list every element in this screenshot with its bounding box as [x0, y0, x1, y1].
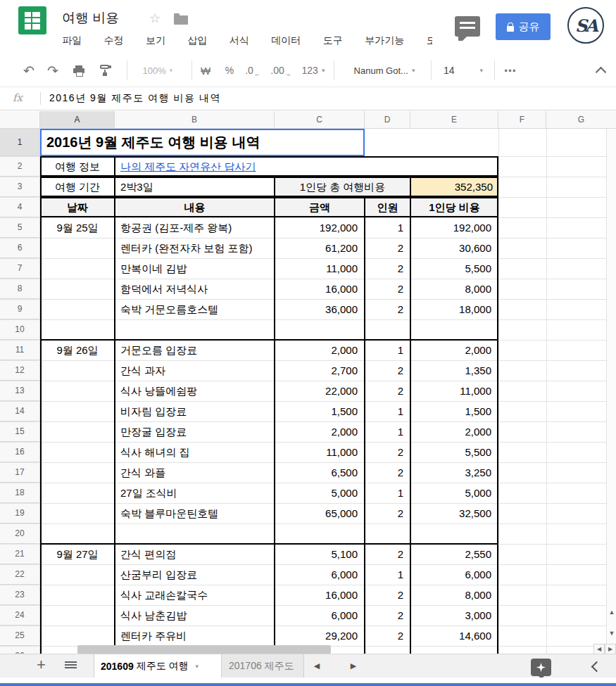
- cell-amount[interactable]: 61,200: [275, 238, 363, 258]
- cell-date[interactable]: 9월 26일: [40, 340, 115, 360]
- cell-total-value[interactable]: 352,350: [410, 177, 498, 197]
- formula-input[interactable]: 2016년 9월 제주도 여행 비용 내역: [49, 92, 221, 105]
- all-sheets-button[interactable]: [65, 661, 77, 671]
- cell-people[interactable]: 1: [365, 217, 409, 238]
- row-header-17[interactable]: 17: [0, 462, 39, 483]
- tab-scroll-right-button[interactable]: ▶: [346, 654, 360, 678]
- row-header-20[interactable]: 20: [0, 523, 39, 544]
- cell-amount[interactable]: 5,000: [275, 483, 363, 503]
- scroll-right-button[interactable]: ▶: [605, 644, 616, 654]
- row-header-4[interactable]: 4: [0, 197, 39, 217]
- folder-icon[interactable]: [174, 15, 188, 25]
- cell-per-person[interactable]: 192,000: [410, 217, 497, 238]
- cell-people[interactable]: 1: [365, 421, 409, 442]
- row-header-16[interactable]: 16: [0, 442, 39, 462]
- row-header-14[interactable]: 14: [0, 401, 39, 421]
- zoom-select[interactable]: 100% ▾: [135, 53, 180, 87]
- cell-people[interactable]: 2: [365, 605, 409, 625]
- explore-button[interactable]: [531, 659, 551, 676]
- menu-help[interactable]: 도움말: [427, 34, 432, 47]
- cell-per-person[interactable]: 3,250: [410, 462, 497, 483]
- cell-desc[interactable]: 함덕에서 저녁식사: [115, 279, 275, 299]
- menu-data[interactable]: 데이터: [271, 34, 301, 47]
- row-header-25[interactable]: 25: [0, 625, 39, 646]
- cell-amount[interactable]: 6,000: [275, 564, 363, 585]
- print-button[interactable]: [69, 53, 89, 87]
- cell-desc[interactable]: 만복이네 김밥: [115, 258, 275, 279]
- cell-per-person[interactable]: 1,350: [410, 360, 497, 381]
- cell-desc[interactable]: 식사 낭뜰에쉼팡: [115, 381, 275, 401]
- horizontal-scrollbar-thumb[interactable]: [77, 645, 331, 654]
- cell-per-person[interactable]: 30,600: [410, 238, 497, 258]
- cell-desc[interactable]: 비자림 입장료: [115, 401, 275, 421]
- cell-amount[interactable]: 2,000: [275, 421, 363, 442]
- menu-addons[interactable]: 부가기능: [365, 34, 404, 47]
- cell-info-label[interactable]: 여행 정보: [40, 156, 115, 177]
- menu-file[interactable]: 파일: [62, 34, 82, 47]
- menu-insert[interactable]: 삽입: [187, 34, 207, 47]
- cell-desc[interactable]: 식사 교래손칼국수: [115, 585, 275, 605]
- menu-view[interactable]: 보기: [146, 34, 165, 47]
- cell-amount[interactable]: 5,100: [275, 544, 363, 564]
- sheet-tab-inactive[interactable]: 201706 제주도: [222, 654, 304, 678]
- cell-people[interactable]: 2: [365, 279, 409, 299]
- cell-table-header[interactable]: 1인당 비용: [410, 197, 498, 217]
- cell-amount[interactable]: 16,000: [275, 279, 363, 299]
- row-header-19[interactable]: 19: [0, 503, 39, 523]
- cell-per-person[interactable]: 2,550: [410, 544, 497, 564]
- cell-people[interactable]: 2: [365, 625, 409, 646]
- cell-desc[interactable]: 간식 편의점: [115, 544, 275, 564]
- cell-amount[interactable]: 2,700: [275, 360, 363, 381]
- cell-people[interactable]: 2: [365, 299, 409, 319]
- scroll-up-button[interactable]: ▲: [607, 602, 616, 623]
- cell-people[interactable]: 2: [365, 503, 409, 523]
- vertical-scrollbar[interactable]: ▲▼: [606, 129, 616, 654]
- cell-people[interactable]: 2: [365, 544, 409, 564]
- sheet-tab-active[interactable]: 201609 제주도 여행 ▾: [94, 654, 222, 678]
- column-header-G[interactable]: G: [546, 111, 616, 128]
- row-header-7[interactable]: 7: [0, 258, 39, 279]
- cell-per-person[interactable]: 14,600: [410, 625, 497, 646]
- row-header-6[interactable]: 6: [0, 238, 39, 258]
- cell-per-person[interactable]: 18,000: [410, 299, 497, 319]
- cell-per-person[interactable]: 6,000: [410, 564, 497, 585]
- comments-icon[interactable]: [455, 16, 480, 37]
- cell-people[interactable]: 2: [365, 462, 409, 483]
- cell-people[interactable]: 1: [365, 483, 409, 503]
- cell-desc[interactable]: 간식 과자: [115, 360, 275, 381]
- cell-desc[interactable]: 식사 남춘김밥: [115, 605, 275, 625]
- paint-format-button[interactable]: [96, 53, 115, 87]
- font-select[interactable]: Nanum Got...▾: [344, 53, 425, 87]
- row-header-23[interactable]: 23: [0, 585, 39, 605]
- row-header-9[interactable]: 9: [0, 299, 39, 319]
- redo-button[interactable]: ↷: [44, 53, 62, 87]
- row-header-24[interactable]: 24: [0, 605, 39, 625]
- cell-amount[interactable]: 22,000: [275, 381, 363, 401]
- cell-per-person[interactable]: 2,000: [410, 340, 497, 360]
- cell-desc[interactable]: 거문오름 입장료: [115, 340, 275, 360]
- scroll-left-button[interactable]: ◀: [593, 644, 605, 654]
- more-formats-button[interactable]: 123▾: [298, 53, 328, 87]
- cell-amount[interactable]: 192,000: [275, 217, 363, 238]
- cell-amount[interactable]: 11,000: [275, 258, 363, 279]
- cell-per-person[interactable]: 8,000: [410, 279, 497, 299]
- cell-per-person[interactable]: 11,000: [410, 381, 497, 401]
- row-header-12[interactable]: 12: [0, 360, 39, 381]
- collapse-toolbar-button[interactable]: [590, 53, 611, 87]
- undo-button[interactable]: ↶: [20, 53, 38, 87]
- cell-per-person[interactable]: 32,500: [410, 503, 497, 523]
- collapse-panel-icon[interactable]: [591, 661, 603, 673]
- sheets-logo-icon[interactable]: [18, 6, 46, 34]
- cell-per-person[interactable]: 3,000: [410, 605, 497, 625]
- percent-format-button[interactable]: %: [221, 53, 238, 87]
- cell-people[interactable]: 2: [365, 238, 409, 258]
- cell-table-header[interactable]: 내용: [115, 197, 275, 217]
- column-header-E[interactable]: E: [410, 111, 498, 128]
- row-header-11[interactable]: 11: [0, 340, 39, 360]
- menu-format[interactable]: 서식: [230, 34, 249, 47]
- cell-desc[interactable]: 식사 해녀의 집: [115, 442, 275, 462]
- cell-date[interactable]: 9월 25일: [40, 217, 115, 238]
- cell-desc[interactable]: 렌터카 (완전자차 보험 포함): [115, 238, 275, 258]
- avatar[interactable]: SA: [567, 7, 604, 44]
- cell-people[interactable]: 2: [365, 258, 409, 279]
